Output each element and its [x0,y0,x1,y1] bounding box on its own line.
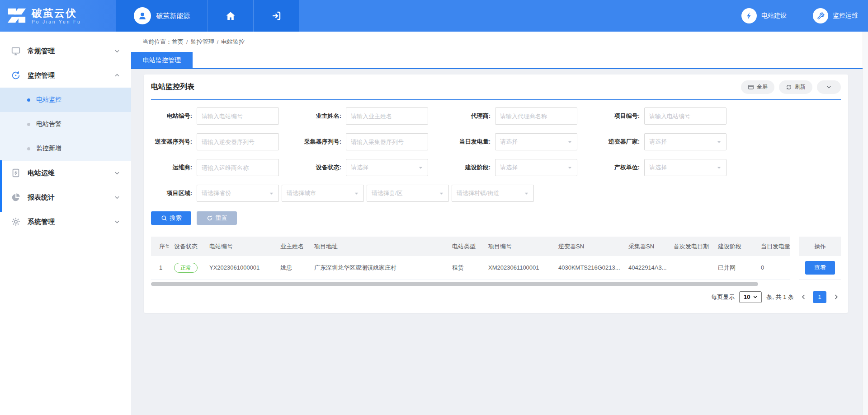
collapse-button[interactable] [817,80,841,94]
cell-build-stage: 已并网 [712,256,755,280]
field-ops-vendor: 运维商: [151,159,300,176]
build-stage-select[interactable]: 请选择 [495,159,577,176]
gear-icon [11,217,21,227]
panel-header: 电站监控列表 全屏 刷新 [151,75,841,100]
content-body: 电站监控列表 全屏 刷新 [131,69,868,414]
topbar-center: 破茧新能源 [116,0,299,32]
breadcrumb-item-station-monitor[interactable]: 电站监控 [221,38,245,46]
cell-action: 查看 [799,256,841,280]
select-placeholder: 请选择城市 [287,189,316,197]
inverter-vendor-select[interactable]: 请选择 [644,133,726,150]
property-unit-select[interactable]: 请选择 [644,159,726,176]
ops-vendor-input[interactable] [197,159,279,176]
field-label: 代理商: [449,112,495,120]
owner-name-input[interactable] [346,107,428,125]
user-name: 破茧新能源 [156,12,190,20]
daily-generation-select[interactable]: 请选择 [495,133,577,150]
table-row[interactable]: 1 正常 YX2023061000001 姚忠 广东深圳龙华区观澜镇姚家庄村 租… [151,256,790,280]
sidebar-item-monitor-mgmt[interactable]: 监控管理 [0,63,131,88]
sidebar-item-general-mgmt[interactable]: 常规管理 [0,39,131,63]
search-button[interactable]: 搜索 [151,211,191,225]
sidebar-item-station-ops[interactable]: 电站运维 [0,161,131,185]
reset-button[interactable]: 重置 [197,211,237,225]
town-select[interactable]: 请选择村镇/街道 [452,185,534,202]
device-status-select[interactable]: 请选择 [346,159,428,176]
home-button[interactable] [208,0,254,32]
bullet-icon [27,147,30,150]
charging-station-icon [11,168,21,178]
view-button[interactable]: 查看 [805,261,835,275]
breadcrumb-separator: / [217,38,219,45]
breadcrumb-item-monitor-mgmt[interactable]: 监控管理 [191,38,214,46]
per-page-label: 每页显示 [711,293,735,301]
select-placeholder: 请选择 [351,163,368,172]
agent-input[interactable] [495,107,577,125]
col-header-device-status: 设备状态 [169,237,204,256]
field-property-unit: 产权单位: 请选择 [599,159,748,176]
col-header-daily-generation: 当日发电量 [755,237,790,256]
fullscreen-button[interactable]: 全屏 [741,80,774,94]
station-no-input[interactable] [197,107,279,125]
page-scrollbar-track[interactable] [863,32,868,415]
tab-station-monitor-mgmt[interactable]: 电站监控管理 [131,52,193,68]
next-page-button[interactable] [831,291,841,303]
nav-station-construction[interactable]: 电站建设 [741,8,787,23]
field-label: 建设阶段: [449,163,495,172]
sidebar-item-reports[interactable]: 报表统计 [0,185,131,210]
sidebar-item-label: 常规管理 [28,47,55,56]
tab-bar: 电站监控管理 [131,52,868,69]
nav-monitor-ops[interactable]: 监控运维 [813,8,858,23]
fullscreen-label: 全屏 [757,83,768,91]
sidebar-scrollbar-thumb[interactable] [0,160,2,212]
filter-row-region: 项目区域: 请选择省份 请选择城市 请选择县/区 [151,185,841,202]
inverter-sn-input[interactable] [197,133,279,150]
reset-button-label: 重置 [216,214,227,222]
breadcrumb-item-home[interactable]: 首页 [172,38,184,46]
field-label: 电站编号: [151,112,197,120]
search-button-label: 搜索 [170,214,182,222]
sidebar-item-station-monitor[interactable]: 电站监控 [0,88,131,112]
cell-collector-sn: 40422914A3... [623,256,668,280]
county-select[interactable]: 请选择县/区 [367,185,449,202]
sidebar-item-station-alarm[interactable]: 电站告警 [0,112,131,136]
prev-page-button[interactable] [798,291,808,303]
table-fixed-action-column: 操作 查看 [799,237,841,280]
sidebar-item-label: 监控管理 [28,71,55,80]
per-page-select[interactable]: 10 [739,291,762,303]
sidebar-item-system-mgmt[interactable]: 系统管理 [0,210,131,234]
cell-station-no: YX2023061000001 [204,256,275,280]
nav-station-construction-label: 电站建设 [761,12,787,20]
refresh-button[interactable]: 刷新 [779,80,812,94]
field-inverter-sn: 逆变器序列号: [151,133,300,150]
chevron-down-icon [269,191,274,196]
city-select[interactable]: 请选择城市 [282,185,364,202]
sidebar-item-label: 报表统计 [28,193,55,202]
cell-inverter-sn: 4030KMTS216G0213... [553,256,623,280]
cell-project-no: XM2023061100001 [483,256,553,280]
cell-owner: 姚忠 [275,256,309,280]
collector-sn-input[interactable] [346,133,428,150]
horizontal-scrollbar[interactable] [151,282,790,286]
per-page-value: 10 [744,294,750,300]
chevron-down-icon [567,165,572,170]
chevron-up-icon [114,72,120,79]
cell-index: 1 [151,256,169,280]
user-menu[interactable]: 破茧新能源 [116,0,208,32]
app-logo[interactable]: 破茧云伏 Po Jian Yun Fu [0,0,116,32]
horizontal-scrollbar-thumb[interactable] [151,282,758,286]
chevron-down-icon [567,140,572,145]
station-monitor-panel: 电站监控列表 全屏 刷新 [144,75,848,313]
page-number-button[interactable]: 1 [813,291,826,303]
filter-form: 电站编号: 业主姓名: 代理商: 项目编号: [151,100,841,202]
table-scroll-area[interactable]: 序号 设备状态 电站编号 业主姓名 项目地址 电站类型 项目编号 逆变器SN 采… [151,237,790,280]
province-select[interactable]: 请选择省份 [197,185,279,202]
sidebar-item-monitor-add[interactable]: 监控新增 [0,136,131,161]
app-title: 破茧云伏 [32,8,81,19]
field-agent: 代理商: [449,107,599,125]
fullscreen-icon [748,84,754,90]
panel-title: 电站监控列表 [151,82,194,92]
project-no-input[interactable] [644,107,726,125]
field-build-stage: 建设阶段: 请选择 [449,159,599,176]
logout-button[interactable] [254,0,299,32]
field-inverter-vendor: 逆变器厂家: 请选择 [599,133,748,150]
